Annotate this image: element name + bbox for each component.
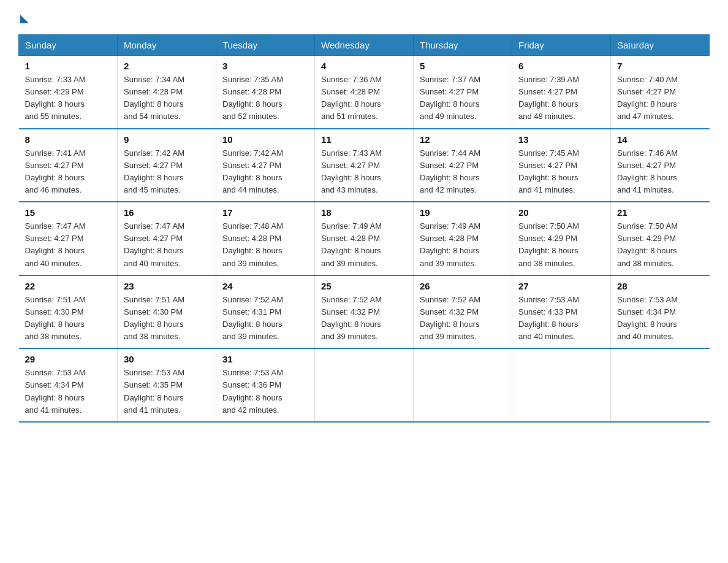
calendar-cell: 1Sunrise: 7:33 AMSunset: 4:29 PMDaylight…: [19, 56, 118, 129]
calendar-cell: 7Sunrise: 7:40 AMSunset: 4:27 PMDaylight…: [611, 56, 710, 129]
day-info: Sunrise: 7:52 AMSunset: 4:32 PMDaylight:…: [321, 294, 407, 343]
calendar-cell: 12Sunrise: 7:44 AMSunset: 4:27 PMDayligh…: [414, 129, 512, 202]
day-info: Sunrise: 7:44 AMSunset: 4:27 PMDaylight:…: [420, 147, 506, 197]
day-number: 16: [124, 207, 210, 218]
calendar-cell: 18Sunrise: 7:49 AMSunset: 4:28 PMDayligh…: [315, 202, 414, 275]
day-number: 8: [25, 134, 112, 145]
calendar-cell: 30Sunrise: 7:53 AMSunset: 4:35 PMDayligh…: [118, 348, 216, 422]
calendar-cell: 9Sunrise: 7:42 AMSunset: 4:27 PMDaylight…: [118, 129, 216, 202]
calendar-cell: 2Sunrise: 7:34 AMSunset: 4:28 PMDaylight…: [118, 56, 216, 129]
calendar-cell: 16Sunrise: 7:47 AMSunset: 4:27 PMDayligh…: [118, 202, 216, 275]
weekday-header-saturday: Saturday: [611, 35, 710, 56]
day-number: 7: [617, 61, 703, 71]
weekday-header-monday: Monday: [118, 35, 216, 56]
day-number: 15: [25, 207, 112, 218]
weekday-row: SundayMondayTuesdayWednesdayThursdayFrid…: [19, 35, 710, 56]
day-info: Sunrise: 7:53 AMSunset: 4:36 PMDaylight:…: [222, 367, 308, 416]
calendar-cell: 17Sunrise: 7:48 AMSunset: 4:28 PMDayligh…: [216, 202, 315, 275]
day-number: 31: [222, 354, 308, 364]
calendar-cell: 19Sunrise: 7:49 AMSunset: 4:28 PMDayligh…: [414, 202, 512, 275]
day-number: 22: [25, 281, 112, 291]
calendar-cell: 10Sunrise: 7:42 AMSunset: 4:27 PMDayligh…: [216, 129, 315, 202]
calendar-cell: 15Sunrise: 7:47 AMSunset: 4:27 PMDayligh…: [19, 202, 118, 275]
day-number: 4: [321, 61, 407, 71]
calendar-cell: 4Sunrise: 7:36 AMSunset: 4:28 PMDaylight…: [315, 56, 414, 129]
calendar-header: SundayMondayTuesdayWednesdayThursdayFrid…: [19, 35, 710, 56]
calendar-cell: 28Sunrise: 7:53 AMSunset: 4:34 PMDayligh…: [611, 275, 710, 349]
day-number: 20: [518, 207, 604, 218]
day-number: 3: [222, 61, 308, 71]
day-number: 29: [25, 354, 112, 364]
day-number: 28: [617, 281, 703, 291]
weekday-header-wednesday: Wednesday: [315, 35, 414, 56]
day-info: Sunrise: 7:53 AMSunset: 4:33 PMDaylight:…: [518, 294, 604, 343]
day-info: Sunrise: 7:53 AMSunset: 4:34 PMDaylight:…: [617, 294, 703, 343]
calendar-week-row: 22Sunrise: 7:51 AMSunset: 4:30 PMDayligh…: [19, 275, 710, 349]
day-number: 27: [518, 281, 604, 291]
calendar-cell: 31Sunrise: 7:53 AMSunset: 4:36 PMDayligh…: [216, 348, 315, 422]
calendar-cell: 14Sunrise: 7:46 AMSunset: 4:27 PMDayligh…: [611, 129, 710, 202]
day-info: Sunrise: 7:52 AMSunset: 4:32 PMDaylight:…: [420, 294, 506, 343]
day-info: Sunrise: 7:35 AMSunset: 4:28 PMDaylight:…: [222, 74, 308, 123]
day-info: Sunrise: 7:37 AMSunset: 4:27 PMDaylight:…: [420, 74, 506, 123]
calendar-cell: 6Sunrise: 7:39 AMSunset: 4:27 PMDaylight…: [512, 56, 611, 129]
calendar-table: SundayMondayTuesdayWednesdayThursdayFrid…: [18, 34, 710, 423]
day-number: 21: [617, 207, 703, 218]
day-number: 19: [420, 207, 506, 218]
day-number: 13: [518, 134, 604, 145]
calendar-body: 1Sunrise: 7:33 AMSunset: 4:29 PMDaylight…: [19, 56, 710, 422]
calendar-week-row: 8Sunrise: 7:41 AMSunset: 4:27 PMDaylight…: [19, 129, 710, 202]
calendar-cell: 23Sunrise: 7:51 AMSunset: 4:30 PMDayligh…: [118, 275, 216, 349]
calendar-week-row: 15Sunrise: 7:47 AMSunset: 4:27 PMDayligh…: [19, 202, 710, 275]
weekday-header-thursday: Thursday: [414, 35, 512, 56]
day-number: 24: [222, 281, 308, 291]
calendar-cell: 13Sunrise: 7:45 AMSunset: 4:27 PMDayligh…: [512, 129, 611, 202]
day-info: Sunrise: 7:53 AMSunset: 4:34 PMDaylight:…: [25, 367, 112, 416]
weekday-header-sunday: Sunday: [19, 35, 118, 56]
day-info: Sunrise: 7:49 AMSunset: 4:28 PMDaylight:…: [321, 220, 407, 270]
day-number: 12: [420, 134, 506, 145]
day-number: 18: [321, 207, 407, 218]
day-info: Sunrise: 7:45 AMSunset: 4:27 PMDaylight:…: [518, 147, 604, 197]
page-header: [18, 12, 710, 23]
day-number: 30: [124, 354, 210, 364]
day-info: Sunrise: 7:52 AMSunset: 4:31 PMDaylight:…: [222, 294, 308, 343]
day-info: Sunrise: 7:50 AMSunset: 4:29 PMDaylight:…: [617, 220, 703, 270]
calendar-cell: 25Sunrise: 7:52 AMSunset: 4:32 PMDayligh…: [315, 275, 414, 349]
day-info: Sunrise: 7:42 AMSunset: 4:27 PMDaylight:…: [124, 147, 210, 197]
calendar-week-row: 29Sunrise: 7:53 AMSunset: 4:34 PMDayligh…: [19, 348, 710, 422]
day-number: 11: [321, 134, 407, 145]
day-info: Sunrise: 7:51 AMSunset: 4:30 PMDaylight:…: [124, 294, 210, 343]
day-info: Sunrise: 7:47 AMSunset: 4:27 PMDaylight:…: [124, 220, 210, 270]
calendar-cell: 29Sunrise: 7:53 AMSunset: 4:34 PMDayligh…: [19, 348, 118, 422]
day-info: Sunrise: 7:51 AMSunset: 4:30 PMDaylight:…: [25, 294, 112, 343]
day-info: Sunrise: 7:50 AMSunset: 4:29 PMDaylight:…: [518, 220, 604, 270]
day-info: Sunrise: 7:33 AMSunset: 4:29 PMDaylight:…: [25, 74, 112, 123]
day-info: Sunrise: 7:41 AMSunset: 4:27 PMDaylight:…: [25, 147, 112, 197]
day-info: Sunrise: 7:43 AMSunset: 4:27 PMDaylight:…: [321, 147, 407, 197]
weekday-header-friday: Friday: [512, 35, 611, 56]
day-number: 25: [321, 281, 407, 291]
calendar-cell: 22Sunrise: 7:51 AMSunset: 4:30 PMDayligh…: [19, 275, 118, 349]
calendar-week-row: 1Sunrise: 7:33 AMSunset: 4:29 PMDaylight…: [19, 56, 710, 129]
day-number: 2: [124, 61, 210, 71]
day-info: Sunrise: 7:46 AMSunset: 4:27 PMDaylight:…: [617, 147, 703, 197]
calendar-cell: 26Sunrise: 7:52 AMSunset: 4:32 PMDayligh…: [414, 275, 512, 349]
day-number: 10: [222, 134, 308, 145]
calendar-cell: 11Sunrise: 7:43 AMSunset: 4:27 PMDayligh…: [315, 129, 414, 202]
calendar-cell: 5Sunrise: 7:37 AMSunset: 4:27 PMDaylight…: [414, 56, 512, 129]
calendar-cell: 27Sunrise: 7:53 AMSunset: 4:33 PMDayligh…: [512, 275, 611, 349]
day-info: Sunrise: 7:53 AMSunset: 4:35 PMDaylight:…: [124, 367, 210, 416]
day-info: Sunrise: 7:36 AMSunset: 4:28 PMDaylight:…: [321, 74, 407, 123]
day-info: Sunrise: 7:49 AMSunset: 4:28 PMDaylight:…: [420, 220, 506, 270]
day-number: 5: [420, 61, 506, 71]
calendar-cell: 3Sunrise: 7:35 AMSunset: 4:28 PMDaylight…: [216, 56, 315, 129]
logo: [18, 12, 29, 23]
calendar-cell: 24Sunrise: 7:52 AMSunset: 4:31 PMDayligh…: [216, 275, 315, 349]
calendar-cell: 8Sunrise: 7:41 AMSunset: 4:27 PMDaylight…: [19, 129, 118, 202]
calendar-cell: [611, 348, 710, 422]
logo-arrow-icon: [20, 15, 29, 23]
day-info: Sunrise: 7:40 AMSunset: 4:27 PMDaylight:…: [617, 74, 703, 123]
day-info: Sunrise: 7:47 AMSunset: 4:27 PMDaylight:…: [25, 220, 112, 270]
calendar-cell: [512, 348, 611, 422]
